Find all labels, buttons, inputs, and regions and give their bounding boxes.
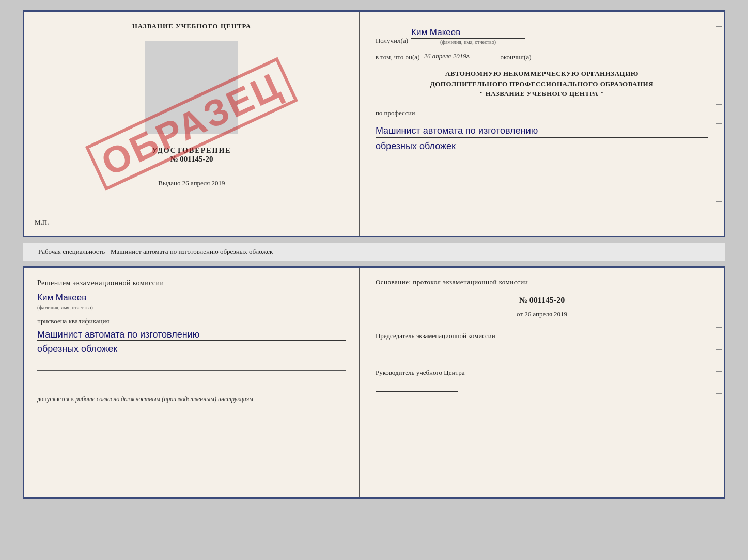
edge-dash [716, 284, 722, 284]
edge-dash [716, 437, 722, 437]
edge-dash [716, 66, 722, 66]
edge-dash [716, 371, 722, 372]
right-edge-lines [714, 12, 724, 236]
top-document: НАЗВАНИЕ УЧЕБНОГО ЦЕНТРА УДОСТОВЕРЕНИЕ №… [23, 10, 725, 237]
chairman-label: Председатель экзаменационной комиссии [376, 331, 708, 341]
edge-dash [716, 104, 722, 105]
document-container: НАЗВАНИЕ УЧЕБНОГО ЦЕНТРА УДОСТОВЕРЕНИЕ №… [23, 10, 725, 499]
edge-dash [716, 26, 722, 27]
top-doc-left: НАЗВАНИЕ УЧЕБНОГО ЦЕНТРА УДОСТОВЕРЕНИЕ №… [24, 12, 360, 236]
bottom-doc-right: Основание: протокол экзаменационной коми… [360, 268, 724, 497]
bottom-right-edge-lines [714, 268, 724, 497]
edge-dash [716, 85, 722, 85]
org-line3: " НАЗВАНИЕ УЧЕБНОГО ЦЕНТРА " [376, 89, 708, 99]
edge-dash [716, 143, 722, 143]
vtom-line: в том, что он(а) 26 апреля 2019г. окончи… [376, 52, 708, 61]
blank-line-3 [37, 411, 346, 419]
udostoverenie-number: № 001145-20 [152, 155, 231, 164]
protocol-number: № 001145-20 [376, 296, 708, 305]
komissia-fio-subtext: (фамилия, имя, отчество) [37, 305, 346, 310]
rukovoditel-block: Руководитель учебного Центра [376, 368, 708, 392]
top-doc-right: Получил(а) Ким Макеев (фамилия, имя, отч… [360, 12, 724, 236]
edge-dash [716, 459, 722, 459]
edge-dash [716, 163, 722, 163]
qualification-line2: обрезных обложек [37, 344, 346, 355]
bottom-document: Решением экзаменационной комиссии Ким Ма… [23, 266, 725, 499]
org-line2: ДОПОЛНИТЕЛЬНОГО ПРОФЕССИОНАЛЬНОГО ОБРАЗО… [376, 79, 708, 89]
ot-date: от 26 апреля 2019 [376, 310, 708, 318]
chairman-signature-line [376, 345, 458, 355]
vydano-date: 26 апреля 2019 [182, 179, 225, 187]
blank-line-2 [37, 378, 346, 386]
recipient-line: Получил(а) Ким Макеев (фамилия, имя, отч… [376, 27, 708, 45]
stamp-area [145, 41, 238, 134]
rukovoditel-signature-line [376, 381, 458, 392]
recipient-name: Ким Макеев [411, 27, 525, 39]
mp-label: М.П. [35, 218, 49, 227]
udostoverenie-block: УДОСТОВЕРЕНИЕ № 001145-20 [152, 147, 231, 164]
blank-line-1 [37, 362, 346, 371]
dopusk-label: допускается к [37, 395, 74, 403]
school-name-top: НАЗВАНИЕ УЧЕБНОГО ЦЕНТРА [132, 22, 252, 30]
edge-dash [716, 306, 722, 306]
vydano-line: Выдано 26 апреля 2019 [158, 179, 225, 187]
edge-dash [716, 201, 722, 202]
rukovoditel-label: Руководитель учебного Центра [376, 368, 708, 377]
vtom-label: в том, что он(а) [376, 53, 420, 61]
prisvoena-label: присвоена квалификация [37, 317, 346, 325]
vtom-date: 26 апреля 2019г. [424, 52, 496, 61]
edge-dash [716, 46, 722, 46]
poluchil-label: Получил(а) [376, 37, 408, 45]
ot-date-value: 26 апреля 2019 [524, 310, 567, 318]
vydano-label: Выдано [158, 179, 180, 187]
org-block: АВТОНОМНУЮ НЕКОММЕРЧЕСКУЮ ОРГАНИЗАЦИЮ ДО… [376, 69, 708, 99]
chairman-block: Председатель экзаменационной комиссии [376, 331, 708, 355]
commission-title: Решением экзаменационной комиссии [37, 278, 346, 289]
qualification-line1: Машинист автомата по изготовлению [37, 329, 346, 341]
edge-dash [716, 415, 722, 415]
dopusk-text: работе согласно должностным (производств… [75, 395, 253, 403]
bottom-doc-left: Решением экзаменационной комиссии Ким Ма… [24, 268, 360, 497]
edge-dash [716, 327, 722, 328]
ot-label: от [517, 310, 523, 318]
udostoverenie-title: УДОСТОВЕРЕНИЕ [152, 147, 231, 155]
po-professii-label: по профессии [376, 109, 708, 117]
middle-text: Рабочая специальность - Машинист автомат… [23, 243, 725, 261]
recipient-fio-subtext: (фамилия, имя, отчество) [411, 39, 525, 45]
edge-dash [716, 393, 722, 394]
edge-dash [716, 349, 722, 350]
edge-dash [716, 182, 722, 182]
org-line1: АВТОНОМНУЮ НЕКОММЕРЧЕСКУЮ ОРГАНИЗАЦИЮ [376, 69, 708, 79]
okonchil-label: окончил(а) [500, 53, 531, 61]
edge-dash [716, 123, 722, 124]
profession-line2: обрезных обложек [376, 141, 708, 153]
edge-dash [716, 221, 722, 221]
edge-dash [716, 481, 722, 481]
profession-line1: Машинист автомата по изготовлению [376, 125, 708, 138]
komissia-name: Ким Макеев [37, 293, 346, 303]
dopuskaetsya-block: допускается к работе согласно должностны… [37, 394, 346, 404]
osnovanie-label: Основание: протокол экзаменационной коми… [376, 278, 708, 286]
